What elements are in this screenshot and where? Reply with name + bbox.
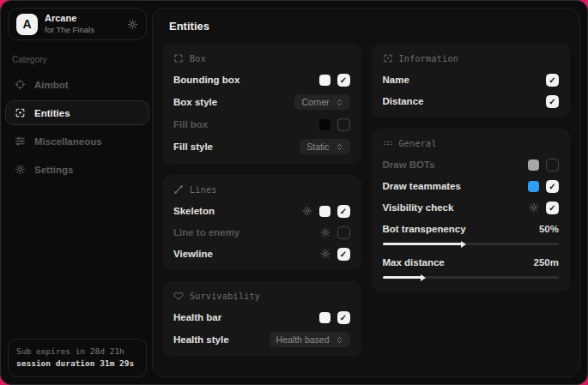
sidebar-item-aimbot[interactable]: Aimbot xyxy=(5,72,149,97)
gear-icon[interactable] xyxy=(320,249,330,259)
dropdown-value: Corner xyxy=(301,97,329,107)
main-content: Entities Box Bounding box xyxy=(152,8,580,377)
gear-icon[interactable] xyxy=(302,206,312,216)
color-swatch[interactable] xyxy=(319,312,330,323)
checkbox[interactable] xyxy=(337,248,350,261)
setting-row-box-style: Box style Corner xyxy=(173,94,350,110)
setting-label: Bot transpenency xyxy=(383,224,466,234)
panel-lines: Lines Skeleton xyxy=(162,175,361,270)
checkbox[interactable] xyxy=(546,202,559,214)
line-icon xyxy=(173,184,184,195)
setting-row-fill-style: Fill style Static xyxy=(173,139,350,154)
panel-title: Information xyxy=(399,54,459,63)
setting-row-distance: Distance xyxy=(383,94,560,108)
gear-icon[interactable] xyxy=(127,19,138,30)
checkbox[interactable] xyxy=(337,311,350,324)
setting-row-fill-box: Fill box xyxy=(173,117,350,131)
setting-label: Line to enemy xyxy=(173,227,239,238)
panel-title: General xyxy=(399,139,437,148)
sub-expiry-text: Sub expires in 28d 21h xyxy=(16,346,138,358)
panel-information: Information Name Distance xyxy=(372,44,571,117)
subscription-status: Sub expires in 28d 21h session duration … xyxy=(8,339,147,377)
setting-row-name: Name xyxy=(383,73,560,87)
setting-label: Draw BOTs xyxy=(383,159,435,170)
scan-icon xyxy=(383,53,393,63)
setting-label: Box style xyxy=(173,97,217,107)
setting-row-max-distance: Max distance 250m xyxy=(383,256,560,269)
setting-label: Fill style xyxy=(173,141,213,152)
setting-row-line-to-enemy: Line to enemy xyxy=(173,226,350,239)
setting-row-bounding-box: Bounding box xyxy=(173,73,350,87)
slider-value: 250m xyxy=(534,257,559,268)
setting-row-viewline: Viewline xyxy=(173,247,350,261)
color-swatch[interactable] xyxy=(319,119,330,130)
setting-row-health-bar: Health bar xyxy=(173,310,350,324)
checkbox[interactable] xyxy=(337,205,350,218)
color-swatch[interactable] xyxy=(528,159,539,171)
panel-title: Lines xyxy=(190,185,217,195)
setting-label: Skeleton xyxy=(173,206,215,216)
color-swatch[interactable] xyxy=(319,75,330,86)
checkbox[interactable] xyxy=(337,74,350,87)
setting-label: Fill box xyxy=(173,119,208,129)
gear-icon[interactable] xyxy=(320,227,330,238)
page-title: Entities xyxy=(169,20,571,33)
setting-label: Health bar xyxy=(173,312,221,322)
gear-icon[interactable] xyxy=(529,202,539,213)
sidebar-item-miscellaneous[interactable]: Miscellaneous xyxy=(5,129,149,153)
checkbox[interactable] xyxy=(337,226,350,239)
dropdown-value: Health based xyxy=(276,334,330,345)
panel-survivability-header: Survivability xyxy=(173,291,350,301)
brand-text: Arcane for The Finals xyxy=(45,13,120,35)
setting-label: Health style xyxy=(173,334,229,345)
chevron-updown-icon xyxy=(336,335,343,345)
setting-row-visibility-check: Visibility check xyxy=(383,201,560,214)
sidebar-item-label: Miscellaneous xyxy=(34,136,102,147)
health-style-dropdown[interactable]: Health based xyxy=(270,332,350,347)
setting-label: Draw teammates xyxy=(383,181,461,191)
setting-row-health-style: Health style Health based xyxy=(173,332,350,347)
sidebar: A Arcane for The Finals Category xyxy=(8,8,147,377)
checkbox[interactable] xyxy=(546,74,559,87)
box-style-dropdown[interactable]: Corner xyxy=(294,94,349,110)
panel-survivability: Survivability Health bar Health style He… xyxy=(162,281,361,357)
category-label: Category xyxy=(12,55,147,64)
chevron-updown-icon xyxy=(336,142,343,152)
bot-transparency-slider[interactable] xyxy=(383,243,560,245)
sliders-icon xyxy=(15,135,26,147)
sidebar-item-label: Settings xyxy=(34,165,73,175)
setting-row-skeleton: Skeleton xyxy=(173,204,350,218)
sidebar-item-label: Aimbot xyxy=(34,80,69,90)
checkbox[interactable] xyxy=(546,95,559,108)
chevron-updown-icon xyxy=(336,98,343,107)
dropdown-value: Static xyxy=(306,141,329,152)
color-swatch[interactable] xyxy=(319,206,330,217)
right-column: Information Name Distance xyxy=(372,44,571,357)
sidebar-item-label: Entities xyxy=(34,108,70,118)
slider-value: 50% xyxy=(539,224,559,234)
gear-icon xyxy=(15,164,26,175)
entities-icon xyxy=(15,107,26,118)
app-window: A Arcane for The Finals Category xyxy=(0,0,588,385)
checkbox[interactable] xyxy=(337,118,350,131)
setting-label: Distance xyxy=(383,96,424,106)
setting-label: Name xyxy=(383,75,409,85)
panel-information-header: Information xyxy=(383,53,560,63)
panel-general-header: General xyxy=(383,138,560,148)
checkbox[interactable] xyxy=(546,159,559,171)
grid-dots-icon xyxy=(383,138,393,148)
left-column: Box Bounding box Box style Corner xyxy=(162,44,361,357)
brand-logo: A xyxy=(16,14,38,35)
brand-name: Arcane xyxy=(45,13,120,25)
panel-lines-header: Lines xyxy=(173,184,350,195)
setting-row-draw-bots: Draw BOTs xyxy=(383,158,560,171)
session-duration-text: session duration 31m 29s xyxy=(16,358,138,370)
sidebar-item-entities[interactable]: Entities xyxy=(5,100,149,125)
setting-label: Max distance xyxy=(383,257,445,268)
crosshair-icon xyxy=(15,79,26,90)
max-distance-slider[interactable] xyxy=(383,276,560,279)
sidebar-item-settings[interactable]: Settings xyxy=(5,157,149,182)
fill-style-dropdown[interactable]: Static xyxy=(300,139,349,154)
checkbox[interactable] xyxy=(546,180,559,193)
color-swatch[interactable] xyxy=(528,181,539,192)
